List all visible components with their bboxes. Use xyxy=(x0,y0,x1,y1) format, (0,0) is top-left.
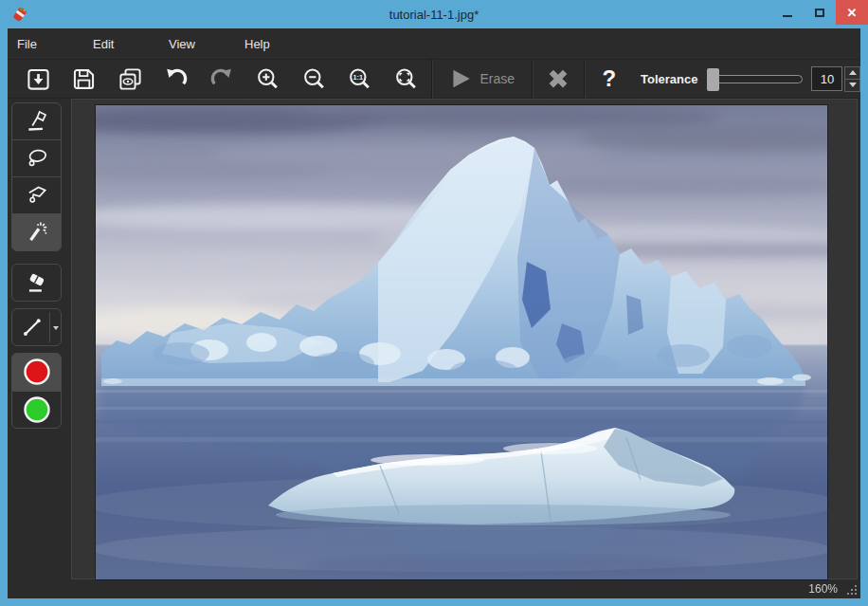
close-button[interactable]: ✕ xyxy=(836,0,868,25)
resize-grip-icon[interactable] xyxy=(844,582,858,596)
redo-button[interactable] xyxy=(199,62,245,97)
tool-background-green-marker[interactable] xyxy=(11,391,62,429)
open-icon xyxy=(26,66,51,92)
toolbar-divider xyxy=(532,60,533,99)
erase-button[interactable]: Erase xyxy=(433,62,530,97)
erase-button-label: Erase xyxy=(479,71,515,86)
spinner-down-button[interactable] xyxy=(845,79,859,91)
menu-help[interactable]: Help xyxy=(235,28,311,60)
app-window: tutorial-11-1.jpg* ✕ File Edit View Help xyxy=(0,0,868,606)
tool-polygon-lasso[interactable] xyxy=(11,176,62,214)
titlebar[interactable]: tutorial-11-1.jpg* ✕ xyxy=(0,0,868,28)
tolerance-value-input[interactable] xyxy=(811,66,842,91)
tool-lasso[interactable] xyxy=(11,139,62,177)
help-button[interactable]: ? xyxy=(587,62,631,97)
tool-eraser[interactable] xyxy=(11,264,62,302)
preview-button[interactable] xyxy=(107,62,154,97)
polygon-lasso-icon xyxy=(25,183,49,208)
magic-wand-icon xyxy=(25,220,49,245)
spinner-up-button[interactable] xyxy=(845,67,859,79)
window-title: tutorial-11-1.jpg* xyxy=(0,8,868,22)
spinner-down-icon xyxy=(849,83,857,87)
zoom-fit-icon xyxy=(393,66,419,92)
zoom-out-button[interactable] xyxy=(291,62,337,97)
toolbar-divider xyxy=(584,60,585,99)
undo-button[interactable] xyxy=(154,62,200,97)
eraser-icon xyxy=(25,270,49,295)
maximize-square-icon xyxy=(815,9,824,17)
toolbar: 1:1 Erase xyxy=(8,60,860,99)
zoom-in-button[interactable] xyxy=(245,62,292,97)
open-button[interactable] xyxy=(15,62,62,97)
app-area: File Edit View Help xyxy=(8,28,860,598)
zoom-in-icon xyxy=(255,66,280,92)
menu-bar: File Edit View Help xyxy=(8,28,860,60)
iceberg-image xyxy=(96,105,827,579)
menu-file[interactable]: File xyxy=(8,28,83,60)
tolerance-spinner xyxy=(844,66,860,92)
menu-view[interactable]: View xyxy=(159,28,235,60)
red-circle-icon xyxy=(21,356,53,388)
minimize-button[interactable] xyxy=(771,0,804,25)
undo-icon xyxy=(163,65,190,92)
redo-icon xyxy=(208,65,235,92)
cancel-button[interactable] xyxy=(534,62,582,97)
green-circle-icon xyxy=(21,394,53,426)
zoom-actual-label: 1:1 xyxy=(353,72,363,81)
spinner-up-icon xyxy=(849,70,857,75)
chevron-down-icon[interactable] xyxy=(53,326,59,330)
tool-magic-wand[interactable] xyxy=(11,213,62,251)
maximize-button[interactable] xyxy=(804,0,836,25)
marker-icon xyxy=(25,109,49,134)
zoom-actual-icon: 1:1 xyxy=(347,66,372,92)
tool-line[interactable] xyxy=(11,308,62,346)
tool-marker[interactable] xyxy=(11,102,62,140)
menu-edit[interactable]: Edit xyxy=(83,28,159,60)
zoom-level: 160% xyxy=(808,582,838,596)
x-cross-icon xyxy=(544,64,572,93)
play-triangle-icon xyxy=(448,66,473,91)
status-bar: 160% xyxy=(8,579,860,598)
tolerance-slider[interactable] xyxy=(707,75,803,83)
tolerance-slider-handle[interactable] xyxy=(707,68,719,91)
preview-icon xyxy=(118,66,143,92)
zoom-actual-button[interactable]: 1:1 xyxy=(337,62,384,97)
photo-canvas[interactable] xyxy=(96,105,827,579)
lasso-icon xyxy=(25,146,49,171)
tool-foreground-red-marker[interactable] xyxy=(11,353,62,391)
minimize-dash-icon xyxy=(783,15,792,17)
canvas-panel xyxy=(71,99,858,579)
line-icon xyxy=(20,315,45,340)
save-button[interactable] xyxy=(62,62,108,97)
tolerance-label: Tolerance xyxy=(641,72,697,86)
save-icon xyxy=(71,66,97,92)
zoom-fit-button[interactable] xyxy=(383,62,429,97)
toolbar-divider xyxy=(431,60,432,99)
line-tool-divider xyxy=(49,312,50,342)
zoom-out-icon xyxy=(301,66,327,92)
